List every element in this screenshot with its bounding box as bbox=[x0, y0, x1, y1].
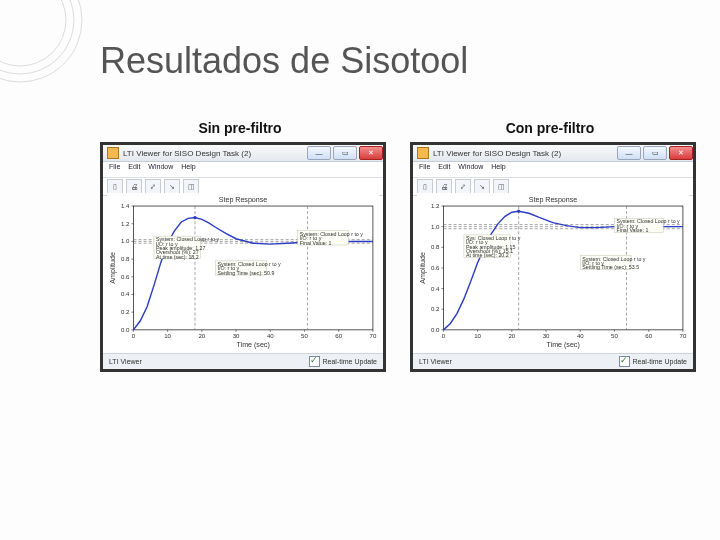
menubar: FileEditWindowHelp bbox=[413, 162, 693, 178]
menu-file[interactable]: File bbox=[109, 163, 120, 176]
minimize-button[interactable]: — bbox=[617, 146, 641, 160]
toolbar-button-1[interactable]: 🖨 bbox=[436, 179, 452, 194]
svg-point-44 bbox=[193, 216, 196, 219]
menu-window[interactable]: Window bbox=[458, 163, 483, 176]
svg-text:50: 50 bbox=[301, 332, 308, 339]
svg-text:0: 0 bbox=[442, 332, 446, 339]
svg-text:0.0: 0.0 bbox=[431, 326, 440, 333]
svg-text:40: 40 bbox=[267, 332, 274, 339]
right-subtitle: Con pre-filtro bbox=[410, 120, 690, 136]
svg-text:Amplitude: Amplitude bbox=[419, 252, 427, 284]
svg-text:Time (sec): Time (sec) bbox=[547, 341, 580, 349]
toolbar-button-3[interactable]: ↘ bbox=[164, 179, 180, 194]
app-icon bbox=[107, 147, 119, 159]
realtime-checkbox[interactable] bbox=[309, 356, 320, 367]
app-icon bbox=[417, 147, 429, 159]
svg-text:Step Response: Step Response bbox=[219, 196, 268, 204]
step-response-plot: Step Response0102030405060700.00.20.40.6… bbox=[107, 193, 379, 351]
svg-text:10: 10 bbox=[164, 332, 171, 339]
svg-text:1.2: 1.2 bbox=[431, 202, 440, 209]
svg-text:0: 0 bbox=[132, 332, 136, 339]
toolbar-button-4[interactable]: ◫ bbox=[493, 179, 509, 194]
svg-text:0.6: 0.6 bbox=[121, 273, 130, 280]
toolbar-button-2[interactable]: ⤢ bbox=[455, 179, 471, 194]
svg-text:30: 30 bbox=[543, 332, 550, 339]
menubar: FileEditWindowHelp bbox=[103, 162, 383, 178]
window-title: LTI Viewer for SISO Design Task (2) bbox=[433, 149, 561, 158]
svg-text:0.4: 0.4 bbox=[431, 285, 440, 292]
titlebar: LTI Viewer for SISO Design Task (2) — ▭ … bbox=[413, 145, 693, 162]
decorative-rings-icon bbox=[0, 0, 100, 100]
titlebar: LTI Viewer for SISO Design Task (2) — ▭ … bbox=[103, 145, 383, 162]
lti-viewer-window-right: LTI Viewer for SISO Design Task (2) — ▭ … bbox=[410, 142, 696, 372]
menu-edit[interactable]: Edit bbox=[438, 163, 450, 176]
toolbar-button-3[interactable]: ↘ bbox=[474, 179, 490, 194]
svg-text:0.8: 0.8 bbox=[431, 243, 440, 250]
minimize-button[interactable]: — bbox=[307, 146, 331, 160]
maximize-button[interactable]: ▭ bbox=[643, 146, 667, 160]
menu-help[interactable]: Help bbox=[491, 163, 505, 176]
svg-text:0.0: 0.0 bbox=[121, 326, 130, 333]
status-label: LTI Viewer bbox=[109, 358, 142, 365]
close-button[interactable]: ✕ bbox=[359, 146, 383, 160]
toolbar-button-0[interactable]: ▯ bbox=[417, 179, 433, 194]
realtime-checkbox[interactable] bbox=[619, 356, 630, 367]
svg-text:Final Value: 1: Final Value: 1 bbox=[300, 240, 332, 246]
slide-title: Resultados de Sisotool bbox=[100, 40, 468, 82]
svg-point-2 bbox=[0, 0, 66, 66]
window-title: LTI Viewer for SISO Design Task (2) bbox=[123, 149, 251, 158]
svg-text:0.2: 0.2 bbox=[121, 308, 130, 315]
svg-text:1.2: 1.2 bbox=[121, 220, 130, 227]
svg-text:60: 60 bbox=[335, 332, 342, 339]
svg-text:Step Response: Step Response bbox=[529, 196, 578, 204]
toolbar-button-4[interactable]: ◫ bbox=[183, 179, 199, 194]
toolbar-button-2[interactable]: ⤢ bbox=[145, 179, 161, 194]
svg-text:Settling Time (sec): 53.5: Settling Time (sec): 53.5 bbox=[582, 264, 639, 270]
svg-text:At time (sec): 18.2: At time (sec): 18.2 bbox=[156, 254, 199, 260]
svg-text:70: 70 bbox=[680, 332, 687, 339]
svg-text:0.4: 0.4 bbox=[121, 291, 130, 298]
realtime-label: Real-time Update bbox=[323, 358, 377, 365]
svg-text:20: 20 bbox=[508, 332, 515, 339]
svg-text:0.6: 0.6 bbox=[431, 264, 440, 271]
svg-text:1.0: 1.0 bbox=[431, 223, 440, 230]
right-column: Con pre-filtro LTI Viewer for SISO Desig… bbox=[410, 120, 690, 372]
svg-text:Final Value: 1: Final Value: 1 bbox=[617, 227, 649, 233]
svg-point-99 bbox=[517, 210, 520, 213]
close-button[interactable]: ✕ bbox=[669, 146, 693, 160]
maximize-button[interactable]: ▭ bbox=[333, 146, 357, 160]
svg-text:50: 50 bbox=[611, 332, 618, 339]
menu-edit[interactable]: Edit bbox=[128, 163, 140, 176]
status-label: LTI Viewer bbox=[419, 358, 452, 365]
lti-viewer-window-left: LTI Viewer for SISO Design Task (2) — ▭ … bbox=[100, 142, 386, 372]
svg-text:40: 40 bbox=[577, 332, 584, 339]
menu-file[interactable]: File bbox=[419, 163, 430, 176]
left-subtitle: Sin pre-filtro bbox=[100, 120, 380, 136]
toolbar-button-1[interactable]: 🖨 bbox=[126, 179, 142, 194]
svg-text:1.0: 1.0 bbox=[121, 237, 130, 244]
svg-text:Time (sec): Time (sec) bbox=[237, 341, 270, 349]
svg-text:10: 10 bbox=[474, 332, 481, 339]
svg-text:0.8: 0.8 bbox=[121, 255, 130, 262]
toolbar-button-0[interactable]: ▯ bbox=[107, 179, 123, 194]
svg-text:70: 70 bbox=[370, 332, 377, 339]
svg-text:60: 60 bbox=[645, 332, 652, 339]
left-column: Sin pre-filtro LTI Viewer for SISO Desig… bbox=[100, 120, 380, 372]
svg-text:1.4: 1.4 bbox=[121, 202, 130, 209]
svg-text:Settling Time (sec): 50.9: Settling Time (sec): 50.9 bbox=[218, 270, 275, 276]
menu-help[interactable]: Help bbox=[181, 163, 195, 176]
menu-window[interactable]: Window bbox=[148, 163, 173, 176]
svg-text:At time (sec): 20.2: At time (sec): 20.2 bbox=[466, 252, 509, 258]
step-response-plot: Step Response0102030405060700.00.20.40.6… bbox=[417, 193, 689, 351]
svg-text:30: 30 bbox=[233, 332, 240, 339]
status-bar: LTI Viewer Real-time Update bbox=[103, 353, 383, 369]
realtime-label: Real-time Update bbox=[633, 358, 687, 365]
slide: Resultados de Sisotool Sin pre-filtro LT… bbox=[0, 0, 720, 540]
svg-text:Amplitude: Amplitude bbox=[109, 252, 117, 284]
svg-text:20: 20 bbox=[198, 332, 205, 339]
svg-text:0.2: 0.2 bbox=[431, 305, 440, 312]
status-bar: LTI Viewer Real-time Update bbox=[413, 353, 693, 369]
